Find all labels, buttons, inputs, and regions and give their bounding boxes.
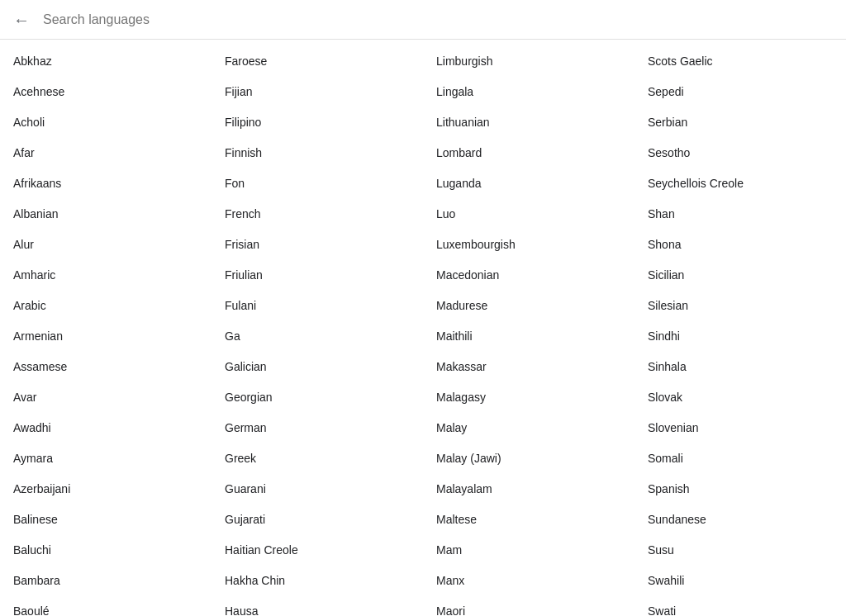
language-item[interactable]: Slovenian xyxy=(634,413,846,443)
language-item[interactable]: Armenian xyxy=(0,321,212,352)
language-item[interactable]: Awadhi xyxy=(0,413,212,443)
language-item[interactable]: Lombard xyxy=(423,138,634,168)
language-item[interactable]: Baluchi xyxy=(0,535,212,566)
language-item[interactable]: Slovak xyxy=(634,382,846,413)
language-item[interactable]: Maltese xyxy=(423,505,634,535)
language-item[interactable]: Filipino xyxy=(212,107,423,138)
language-item[interactable]: Mam xyxy=(423,535,634,566)
language-item[interactable]: Hausa xyxy=(212,596,423,616)
language-item[interactable]: Bambara xyxy=(0,566,212,596)
language-item[interactable]: Albanian xyxy=(0,199,212,230)
language-item[interactable]: Acehnese xyxy=(0,77,212,107)
language-item[interactable]: Fon xyxy=(212,168,423,199)
language-item[interactable]: Madurese xyxy=(423,291,634,321)
language-item[interactable]: Somali xyxy=(634,443,846,474)
language-item[interactable]: Assamese xyxy=(0,352,212,382)
language-item[interactable]: Afrikaans xyxy=(0,168,212,199)
language-item[interactable]: Sesotho xyxy=(634,138,846,168)
language-item[interactable]: Frisian xyxy=(212,230,423,260)
language-item[interactable]: Malagasy xyxy=(423,382,634,413)
language-column-col1: AbkhazAcehneseAcholiAfarAfrikaansAlbania… xyxy=(0,46,212,616)
language-item[interactable]: Arabic xyxy=(0,291,212,321)
language-item[interactable]: Sundanese xyxy=(634,505,846,535)
language-item[interactable]: Ga xyxy=(212,321,423,352)
language-item[interactable]: Malayalam xyxy=(423,474,634,505)
language-item[interactable]: Maithili xyxy=(423,321,634,352)
language-item[interactable]: Greek xyxy=(212,443,423,474)
language-item[interactable]: Swati xyxy=(634,596,846,616)
search-input[interactable] xyxy=(43,12,833,27)
language-item[interactable]: Baoulé xyxy=(0,596,212,616)
header: ← xyxy=(0,0,846,40)
language-item[interactable]: Makassar xyxy=(423,352,634,382)
language-item[interactable]: Georgian xyxy=(212,382,423,413)
language-item[interactable]: Limburgish xyxy=(423,46,634,77)
language-item[interactable]: Seychellois Creole xyxy=(634,168,846,199)
language-grid: AbkhazAcehneseAcholiAfarAfrikaansAlbania… xyxy=(0,40,846,616)
language-item[interactable]: Galician xyxy=(212,352,423,382)
language-item[interactable]: Fulani xyxy=(212,291,423,321)
language-item[interactable]: Acholi xyxy=(0,107,212,138)
language-item[interactable]: French xyxy=(212,199,423,230)
language-column-col3: LimburgishLingalaLithuanianLombardLugand… xyxy=(423,46,634,616)
language-item[interactable]: Abkhaz xyxy=(0,46,212,77)
language-item[interactable]: Shona xyxy=(634,230,846,260)
language-item[interactable]: German xyxy=(212,413,423,443)
language-item[interactable]: Maori xyxy=(423,596,634,616)
language-item[interactable]: Swahili xyxy=(634,566,846,596)
language-item[interactable]: Susu xyxy=(634,535,846,566)
language-item[interactable]: Scots Gaelic xyxy=(634,46,846,77)
language-item[interactable]: Fijian xyxy=(212,77,423,107)
language-item[interactable]: Aymara xyxy=(0,443,212,474)
language-item[interactable]: Gujarati xyxy=(212,505,423,535)
language-item[interactable]: Shan xyxy=(634,199,846,230)
language-item[interactable]: Afar xyxy=(0,138,212,168)
language-item[interactable]: Hakha Chin xyxy=(212,566,423,596)
language-item[interactable]: Lingala xyxy=(423,77,634,107)
language-item[interactable]: Faroese xyxy=(212,46,423,77)
language-item[interactable]: Finnish xyxy=(212,138,423,168)
language-column-col4: Scots GaelicSepediSerbianSesothoSeychell… xyxy=(634,46,846,616)
language-item[interactable]: Sepedi xyxy=(634,77,846,107)
language-item[interactable]: Azerbaijani xyxy=(0,474,212,505)
language-item[interactable]: Luganda xyxy=(423,168,634,199)
language-item[interactable]: Sicilian xyxy=(634,260,846,291)
back-button[interactable]: ← xyxy=(13,12,30,28)
language-item[interactable]: Amharic xyxy=(0,260,212,291)
language-item[interactable]: Spanish xyxy=(634,474,846,505)
language-item[interactable]: Guarani xyxy=(212,474,423,505)
language-column-col2: FaroeseFijianFilipinoFinnishFonFrenchFri… xyxy=(212,46,423,616)
language-item[interactable]: Alur xyxy=(0,230,212,260)
language-item[interactable]: Balinese xyxy=(0,505,212,535)
language-item[interactable]: Friulian xyxy=(212,260,423,291)
language-item[interactable]: Sindhi xyxy=(634,321,846,352)
language-item[interactable]: Manx xyxy=(423,566,634,596)
language-item[interactable]: Haitian Creole xyxy=(212,535,423,566)
language-item[interactable]: Macedonian xyxy=(423,260,634,291)
language-item[interactable]: Malay (Jawi) xyxy=(423,443,634,474)
back-icon: ← xyxy=(13,12,30,28)
language-item[interactable]: Malay xyxy=(423,413,634,443)
language-item[interactable]: Sinhala xyxy=(634,352,846,382)
language-item[interactable]: Silesian xyxy=(634,291,846,321)
language-item[interactable]: Avar xyxy=(0,382,212,413)
language-item[interactable]: Lithuanian xyxy=(423,107,634,138)
language-item[interactable]: Luo xyxy=(423,199,634,230)
language-item[interactable]: Serbian xyxy=(634,107,846,138)
language-item[interactable]: Luxembourgish xyxy=(423,230,634,260)
